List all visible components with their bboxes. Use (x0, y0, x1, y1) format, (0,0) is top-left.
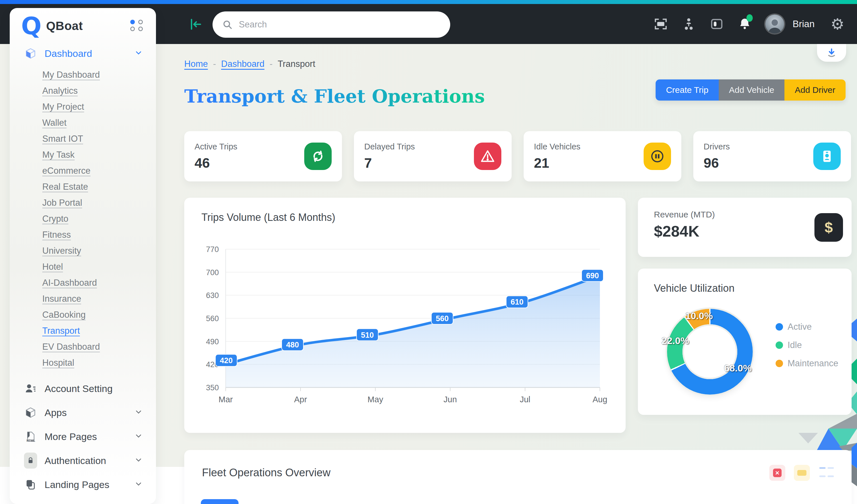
legend-item[interactable]: Idle (776, 340, 838, 350)
sidebar-item-label: Account Setting (45, 383, 156, 394)
legend-dot (776, 341, 783, 349)
sidebar-item-apps[interactable]: Apps (10, 401, 156, 424)
svg-text:Jul: Jul (520, 395, 530, 404)
svg-text:560: 560 (436, 314, 449, 323)
sidebar-subitem[interactable]: My Task (10, 147, 156, 163)
trips-volume-card: Trips Volume (Last 6 Months) 35042049056… (184, 198, 626, 433)
grid-view-icon[interactable] (819, 465, 835, 481)
stat-label: Active Trips (195, 142, 237, 151)
gear-icon[interactable]: ⚙ (831, 16, 844, 32)
donut-percent-active: 68.0% (724, 363, 752, 374)
top-gradient-bar (0, 0, 857, 4)
chevron-down-icon (134, 408, 143, 417)
user-name[interactable]: Brian (793, 19, 815, 30)
brand-logo[interactable]: Q (21, 14, 41, 38)
sidebar-item-label: Apps (45, 407, 134, 418)
refresh-icon (304, 142, 332, 170)
sidebar-subitem[interactable]: Insurance (10, 291, 156, 307)
layout-toggle-icon[interactable] (709, 17, 724, 31)
fleet-operations-title: Fleet Operations Overview (202, 467, 331, 479)
sidebar-subitem[interactable]: eCommerce (10, 163, 156, 179)
sidebar-subitem[interactable]: Job Portal (10, 195, 156, 211)
search-input[interactable] (238, 19, 440, 30)
chevron-down-icon (134, 49, 143, 58)
sidebar-subitem[interactable]: Crypto (10, 211, 156, 227)
legend-item[interactable]: Maintenance (776, 358, 838, 369)
sidebar-subitem[interactable]: My Project (10, 99, 156, 115)
legend-label: Idle (788, 340, 802, 350)
add-driver-button[interactable]: Add Driver (785, 80, 845, 101)
sidebar-item-account-setting[interactable]: Account Setting (10, 376, 156, 401)
apps-grid-icon[interactable] (130, 19, 145, 33)
export-excel-icon[interactable]: ✕ (769, 465, 785, 481)
sidebar-subitem[interactable]: Hotel (10, 259, 156, 275)
cube-icon (24, 47, 37, 60)
svg-text:Mar: Mar (219, 395, 233, 404)
sidebar-item-landing-pages[interactable]: Landing Pages (10, 473, 156, 497)
svg-text:Jun: Jun (444, 395, 457, 404)
stat-value: 46 (195, 155, 210, 171)
legend-label: Active (788, 322, 811, 332)
sidebar-subitem[interactable]: EV Dashboard (10, 339, 156, 355)
stat-card-active-trips: Active Trips 46 (184, 131, 342, 181)
sidebar-subitem[interactable]: Fitness (10, 227, 156, 243)
svg-text:560: 560 (206, 314, 219, 323)
notification-badge (746, 14, 753, 22)
download-button[interactable] (817, 44, 846, 62)
fleet-action-button[interactable] (201, 499, 238, 504)
vehicle-utilization-donut (667, 309, 753, 394)
sidebar-item-label: More Pages (45, 431, 134, 442)
sidebar-item-label: Dashboard (45, 48, 134, 59)
avatar[interactable] (765, 15, 784, 33)
stat-label: Drivers (704, 142, 730, 151)
notifications-bell-icon[interactable] (737, 17, 752, 31)
sidebar-subitem[interactable]: Hospital (10, 355, 156, 371)
search-bar (213, 12, 450, 38)
legend-dot (776, 360, 783, 367)
id-card-icon (813, 142, 841, 170)
sidebar-subitem[interactable]: Wallet (10, 115, 156, 131)
sidebar-item-authentication[interactable]: Authentication (10, 449, 156, 473)
stat-label: Idle Vehicles (534, 142, 581, 151)
dashboard-submenu: My Dashboard Analytics My Project Wallet… (10, 63, 156, 373)
sidebar-subitem[interactable]: AI-Dashboard (10, 275, 156, 291)
donut-percent-idle: 22.0% (661, 335, 689, 346)
sidebar-subitem[interactable]: CaBooking (10, 307, 156, 323)
sidebar-item-label: Landing Pages (45, 479, 134, 490)
lock-icon (24, 454, 37, 467)
stat-card-drivers: Drivers 96 (693, 131, 851, 181)
breadcrumb-home-link[interactable]: Home (184, 59, 208, 69)
pages-icon (24, 478, 37, 491)
sidebar-item-more-pages[interactable]: HTML More Pages (10, 424, 156, 449)
fullscreen-capture-icon[interactable] (794, 465, 810, 481)
maximize-icon[interactable] (653, 17, 668, 31)
svg-text:Apr: Apr (294, 395, 307, 404)
add-vehicle-button[interactable]: Add Vehicle (719, 80, 785, 101)
legend-dot (776, 323, 783, 331)
page-actions: Create Trip Add Vehicle Add Driver (656, 80, 845, 101)
sidebar-subitem[interactable]: Transport (10, 323, 156, 339)
stat-value: 21 (534, 155, 549, 171)
breadcrumb-dashboard-link[interactable]: Dashboard (221, 59, 265, 69)
sidebar-item-dashboard[interactable]: Dashboard (10, 44, 156, 63)
svg-text:610: 610 (510, 298, 523, 306)
donut-title: Vehicle Utilization (654, 282, 735, 294)
breadcrumb: Home - Dashboard - Transport (184, 59, 315, 69)
sidebar-subitem[interactable]: University (10, 243, 156, 259)
sidebar-subitem[interactable]: Real Estate (10, 179, 156, 195)
legend-item[interactable]: Active (776, 322, 838, 332)
sidebar: Q QBoat Dashboard My Dashboard Analytics… (10, 8, 156, 504)
sidebar-subitem[interactable]: Smart IOT (10, 131, 156, 147)
stat-value: 96 (704, 155, 719, 171)
svg-text:490: 490 (206, 337, 219, 346)
trips-volume-chart: 350420490560630700770MarAprMayJunJulAug4… (184, 198, 626, 426)
sidebar-subitem[interactable]: Analytics (10, 83, 156, 99)
revenue-label: Revenue (MTD) (654, 210, 715, 219)
sidebar-collapse-icon[interactable] (188, 17, 203, 31)
org-chart-icon[interactable] (681, 17, 696, 31)
revenue-card: Revenue (MTD) $284K $ (638, 198, 852, 257)
brand-name[interactable]: QBoat (46, 19, 130, 33)
stat-card-delayed-trips: Delayed Trips 7 (354, 131, 511, 181)
sidebar-subitem[interactable]: My Dashboard (10, 67, 156, 83)
create-trip-button[interactable]: Create Trip (656, 80, 719, 101)
